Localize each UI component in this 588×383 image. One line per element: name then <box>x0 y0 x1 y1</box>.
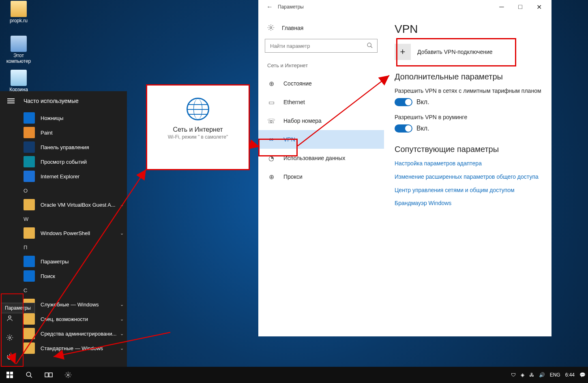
start-menu-header: Часто используемые <box>24 98 79 104</box>
nav-item-icon: ∞ <box>267 136 275 143</box>
start-menu-letter[interactable]: П <box>24 240 127 254</box>
tray-shield-icon[interactable]: 🛡 <box>511 372 516 378</box>
toggle-state: Вкл. <box>416 98 429 106</box>
nav-item-label: Состояние <box>283 80 312 87</box>
desktop-icon-this-pc[interactable]: Этот компьютер <box>3 36 34 64</box>
tray-network-icon[interactable]: 🖧 <box>529 372 534 378</box>
app-icon <box>24 270 35 282</box>
close-button[interactable]: ✕ <box>530 1 548 13</box>
related-link[interactable]: Изменение расширенных параметров общего … <box>395 173 543 181</box>
search-box[interactable] <box>265 39 378 53</box>
search-icon[interactable] <box>19 367 39 383</box>
start-menu-item-label: Панель управления <box>41 144 124 150</box>
tray-clock[interactable]: 6:44 <box>565 372 575 378</box>
nav-home[interactable]: Главная <box>258 19 384 37</box>
tray-cube-icon[interactable]: ◈ <box>521 372 524 378</box>
svg-rect-4 <box>6 372 9 374</box>
start-menu-item[interactable]: Ножницы <box>24 111 127 125</box>
start-menu-letter[interactable]: С <box>24 283 127 297</box>
tray-volume-icon[interactable]: 🔊 <box>539 372 545 378</box>
toggle-roaming[interactable]: Вкл. <box>395 124 543 133</box>
related-link[interactable]: Брандмауэр Windows <box>395 199 543 207</box>
app-icon <box>24 171 35 182</box>
settings-icon[interactable] <box>0 328 19 347</box>
start-menu-item[interactable]: Поиск <box>24 269 127 283</box>
taskbar-settings-icon[interactable] <box>58 367 78 383</box>
start-menu-item-label: Служебные — Windows <box>41 302 120 308</box>
nav-item-ethernet[interactable]: ▭Ethernet <box>258 93 384 111</box>
toggle-metered[interactable]: Вкл. <box>395 98 543 106</box>
start-menu-letter[interactable]: W <box>24 212 127 226</box>
nav-item-label: VPN <box>283 136 295 143</box>
svg-rect-7 <box>10 375 13 378</box>
app-icon <box>24 156 35 167</box>
svg-rect-5 <box>10 372 13 374</box>
related-link[interactable]: Центр управления сетями и общим доступом <box>395 186 543 194</box>
app-icon <box>24 199 35 210</box>
start-menu-item-label: Просмотр событий <box>41 159 124 165</box>
desktop-icon-recycle-bin[interactable]: Корзина <box>3 70 34 92</box>
chevron-down-icon: ⌄ <box>120 302 124 307</box>
start-menu-item[interactable]: Windows PowerShell⌄ <box>24 226 127 240</box>
app-icon <box>24 227 35 239</box>
option-label: Разрешить VPN в роуминге <box>395 113 543 121</box>
settings-category-network[interactable]: Сеть и Интернет Wi-Fi, режим " в самолет… <box>146 84 250 170</box>
app-icon <box>24 112 35 124</box>
app-icon <box>24 342 35 354</box>
desktop-icon-folder[interactable]: propk.ru <box>3 1 34 24</box>
start-menu-item-label: Средства администрировани... <box>41 331 120 337</box>
nav-item-прокси[interactable]: ⊕Прокси <box>258 167 384 186</box>
start-menu-item[interactable]: Paint <box>24 125 127 140</box>
nav-item-набор номера[interactable]: ☏Набор номера <box>258 111 384 130</box>
back-button[interactable]: ← <box>262 3 278 11</box>
start-menu-item-label: Internet Explorer <box>41 173 124 180</box>
start-menu-item[interactable]: Спец. возможности⌄ <box>24 312 127 326</box>
nav-item-label: Набор номера <box>283 118 322 124</box>
add-vpn-button[interactable]: + Добавить VPN-подключение <box>395 44 543 60</box>
start-menu-item-label: Спец. возможности <box>41 316 120 322</box>
search-input[interactable] <box>269 43 367 49</box>
power-icon[interactable] <box>0 347 19 367</box>
svg-point-8 <box>26 372 31 377</box>
plus-icon: + <box>395 44 411 60</box>
start-menu-item[interactable]: Параметры <box>24 254 127 269</box>
page-title: VPN <box>395 23 543 36</box>
maximize-button[interactable]: □ <box>511 1 530 13</box>
nav-item-icon: ☏ <box>267 117 275 125</box>
app-icon <box>24 313 35 325</box>
tray-notifications-icon[interactable]: 💬 <box>579 372 586 378</box>
start-menu-letter[interactable]: O <box>24 184 127 197</box>
start-menu-item[interactable]: Служебные — Windows⌄ <box>24 297 127 312</box>
nav-item-label: Прокси <box>283 173 303 180</box>
option-label: Разрешить VPN в сетях с лимитным тарифны… <box>395 87 543 95</box>
nav-item-label: Использование данных <box>283 155 345 161</box>
hamburger-icon[interactable] <box>7 97 15 105</box>
chevron-down-icon: ⌄ <box>120 331 124 336</box>
start-menu-item-label: Windows PowerShell <box>41 230 120 236</box>
start-menu-item[interactable]: Oracle VM VirtualBox Guest A...⌄ <box>24 197 127 212</box>
gear-icon <box>267 24 275 32</box>
settings-window: ← Параметры ─ □ ✕ Главная Сеть и Интерне… <box>258 0 552 336</box>
svg-point-0 <box>9 316 11 318</box>
related-link[interactable]: Настройка параметров адаптера <box>395 160 543 167</box>
nav-item-использование данных[interactable]: ◔Использование данных <box>258 149 384 167</box>
nav-item-vpn[interactable]: ∞VPN <box>258 130 384 149</box>
nav-item-icon: ⊕ <box>267 80 275 88</box>
start-menu-item[interactable]: Стандартные — Windows⌄ <box>24 341 127 355</box>
settings-category-subtitle: Wi-Fi, режим " в самолете" <box>147 134 249 140</box>
nav-item-состояние[interactable]: ⊕Состояние <box>258 74 384 93</box>
start-menu-item[interactable]: Средства администрировани...⌄ <box>24 326 127 341</box>
task-view-icon[interactable] <box>39 367 58 383</box>
desktop-icon-label: propk.ru <box>3 18 34 24</box>
start-menu-item[interactable]: Панель управления <box>24 140 127 154</box>
start-button[interactable] <box>0 367 19 383</box>
start-menu-item-label: Параметры <box>41 259 124 265</box>
start-menu-item-label: Стандартные — Windows <box>41 345 120 351</box>
section-heading-related: Сопутствующие параметры <box>395 145 543 154</box>
start-menu-item-label: Paint <box>41 130 124 136</box>
start-menu-item[interactable]: Internet Explorer <box>24 169 127 184</box>
minimize-button[interactable]: ─ <box>492 1 511 13</box>
tray-language[interactable]: ENG <box>550 372 560 378</box>
start-menu-item[interactable]: Просмотр событий <box>24 154 127 169</box>
window-title: Параметры <box>278 4 304 10</box>
